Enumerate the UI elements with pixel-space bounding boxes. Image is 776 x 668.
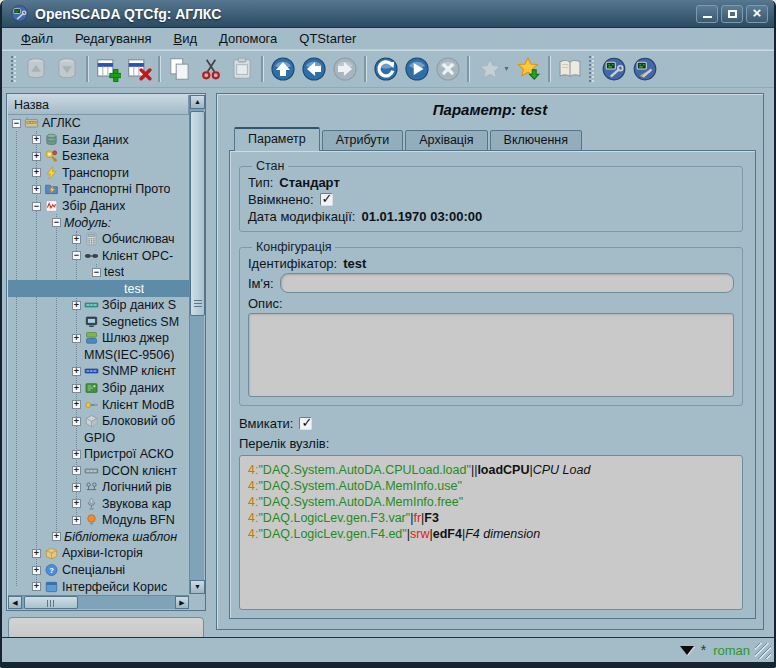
expand-icon[interactable]: + [52, 532, 61, 541]
enabled-checkbox[interactable] [320, 193, 333, 206]
maximize-button[interactable] [721, 5, 743, 23]
back-button[interactable] [298, 53, 329, 84]
close-button[interactable]: × [746, 5, 768, 23]
expand-icon[interactable]: + [72, 235, 81, 244]
resize-grip[interactable] [755, 643, 771, 659]
tree-item-клієнт-modb[interactable]: +Клієнт ModB [8, 396, 189, 413]
refresh-button[interactable] [370, 53, 401, 84]
tree-header[interactable]: Назва [8, 95, 189, 115]
tree-item-snmp-клієнт[interactable]: +SNMP клієнт [8, 363, 189, 380]
expand-icon[interactable]: + [32, 168, 41, 177]
tree-item-транспортні-прото[interactable]: +Транспортні Прото [8, 181, 189, 198]
description-textarea[interactable] [248, 313, 734, 397]
collapse-icon[interactable]: − [92, 268, 101, 277]
tree-item-пристрої-аско[interactable]: +Пристрої АСКО [8, 446, 189, 463]
horizontal-scroll-thumb[interactable] [24, 596, 78, 609]
remove-item-button[interactable] [123, 53, 154, 84]
add-item-button[interactable] [92, 53, 123, 84]
name-input[interactable] [280, 273, 734, 293]
collapse-icon[interactable]: − [72, 251, 81, 260]
tree-item-транспорти[interactable]: +Транспорти [8, 165, 189, 182]
expand-icon[interactable]: + [72, 483, 81, 492]
current-user[interactable]: roman [713, 643, 750, 658]
tree-item-segnetics-sm[interactable]: Segnetics SM [8, 314, 189, 331]
expand-icon[interactable]: + [72, 400, 81, 409]
qtcfg-button[interactable] [598, 53, 629, 84]
tree-item-dcon-клієнт[interactable]: +DCON клієнт [8, 462, 189, 479]
tree-item-клієнт-opc-[interactable]: −Клієнт OPC- [8, 247, 189, 264]
tree-item-обчислювач[interactable]: +Обчислювач [8, 231, 189, 248]
tree-vertical-scrollbar[interactable]: ▲ ▼ [189, 95, 204, 594]
tree-item-test[interactable]: test [8, 280, 189, 297]
tab-4[interactable]: Включення [490, 130, 582, 151]
expand-icon[interactable]: + [32, 185, 41, 194]
towork-checkbox[interactable] [299, 417, 312, 430]
expand-icon[interactable]: + [32, 549, 41, 558]
minimize-button[interactable] [696, 5, 718, 23]
tree-item-логічний-рів[interactable]: +Логічний рів [8, 479, 189, 496]
expand-icon[interactable]: + [72, 499, 81, 508]
node-list[interactable]: 4:"DAQ.System.AutoDA.CPULoad.load"||load… [239, 455, 743, 610]
expand-icon[interactable]: + [32, 582, 41, 591]
tab-1[interactable]: Параметр [234, 127, 320, 151]
add-favorite-button[interactable] [513, 53, 544, 84]
expand-icon[interactable]: + [72, 466, 81, 475]
tab-2[interactable]: Атрибути [322, 130, 404, 151]
tree-item-інтерфейси-корис[interactable]: +Інтерфейси Корис [8, 578, 189, 594]
cut-button[interactable] [195, 53, 226, 84]
tree-item-спеціальні[interactable]: +?Спеціальні [8, 562, 189, 579]
titlebar[interactable]: OpenSCADA QTCfg: АГЛКС × [2, 0, 774, 28]
tree-item-модуль-bfn[interactable]: +Модуль BFN [8, 512, 189, 529]
menu-item-1[interactable]: Файл [12, 30, 62, 47]
manual-button[interactable] [554, 53, 585, 84]
expand-icon[interactable]: + [72, 334, 81, 343]
expand-icon[interactable]: + [72, 367, 81, 376]
expand-icon[interactable]: + [72, 417, 81, 426]
tree-item-mms-iec-9506-[interactable]: MMS(IEC-9506) [8, 347, 189, 364]
menu-item-2[interactable]: Редагування [66, 30, 161, 47]
expand-icon[interactable]: + [32, 566, 41, 575]
up-button[interactable] [267, 53, 298, 84]
vertical-scroll-thumb[interactable] [190, 111, 205, 316]
scroll-up-icon[interactable]: ▲ [190, 95, 205, 109]
tree-item-звукова-кар[interactable]: +Звукова кар [8, 496, 189, 513]
tree-item-збір-даних-s[interactable]: +Збір даних S [8, 297, 189, 314]
scroll-left-icon[interactable]: ◀ [8, 596, 22, 609]
tree-item-модуль-[interactable]: −Модуль: [8, 214, 189, 231]
scroll-down-icon[interactable]: ▼ [190, 580, 205, 594]
expand-icon[interactable]: + [72, 301, 81, 310]
tree-item-шлюз-джер[interactable]: +Шлюз джер [8, 330, 189, 347]
collapse-icon[interactable]: − [12, 119, 21, 128]
collapse-icon[interactable]: − [32, 202, 41, 211]
tree-item-gpio[interactable]: GPIO [8, 429, 189, 446]
tree-item-безпека[interactable]: +Безпека [8, 148, 189, 165]
scroll-right-icon[interactable]: ▶ [175, 596, 189, 609]
toolbar-handle[interactable] [589, 56, 594, 82]
tree-item-test[interactable]: −test [8, 264, 189, 281]
tree-item-збір-даних[interactable]: +Збір даних [8, 380, 189, 397]
menu-item-4[interactable]: Допомога [210, 30, 286, 47]
tree-item-збір-даних[interactable]: −Збір Даних [8, 198, 189, 215]
tree-item-бібліотека-шаблон[interactable]: +Бібліотека шаблон [8, 529, 189, 546]
toolbar-handle[interactable] [11, 56, 16, 82]
tray-arrow-icon[interactable] [680, 646, 694, 655]
tab-3[interactable]: Архівація [405, 130, 487, 151]
qtstarter-button[interactable] [629, 53, 660, 84]
expand-icon[interactable]: + [32, 135, 41, 144]
copy-button[interactable] [164, 53, 195, 84]
menu-item-5[interactable]: QTStarter [290, 30, 365, 47]
tree-item-аглкс[interactable]: −АГЛКС [8, 115, 189, 132]
tree-viewport[interactable]: −АГЛКС+Бази Даних+Безпека+Транспорти+Тра… [8, 115, 189, 594]
start-button[interactable] [401, 53, 432, 84]
tree-item-label: Безпека [62, 149, 109, 163]
tree-item-бази-даних[interactable]: +Бази Даних [8, 132, 189, 149]
tree-item-блоковий-об[interactable]: +Блоковий об [8, 413, 189, 430]
expand-icon[interactable]: + [72, 516, 81, 525]
expand-icon[interactable]: + [32, 152, 41, 161]
expand-icon[interactable]: + [72, 450, 81, 459]
tree-horizontal-scrollbar[interactable]: ◀ ▶ [8, 595, 189, 609]
tree-item-архіви-історія[interactable]: +Архіви-Історія [8, 545, 189, 562]
collapse-icon[interactable]: − [52, 218, 61, 227]
expand-icon[interactable]: + [72, 384, 81, 393]
menu-item-3[interactable]: Вид [164, 30, 206, 47]
